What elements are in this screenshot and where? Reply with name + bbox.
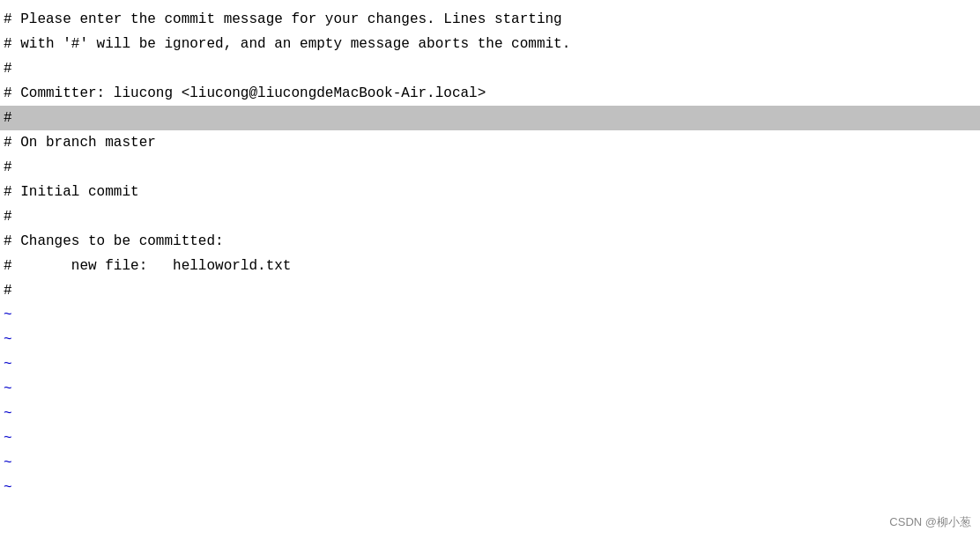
tilde-line: ~ — [0, 476, 980, 500]
tilde-char: ~ — [4, 303, 12, 328]
tilde-line: ~ — [0, 451, 980, 476]
editor-line: # new file: helloworld.txt — [0, 254, 980, 278]
tilde-char: ~ — [4, 352, 12, 377]
editor-line: # Changes to be committed: — [0, 229, 980, 254]
editor-container: # Please enter the commit message for yo… — [0, 0, 980, 539]
tilde-char: ~ — [4, 377, 12, 402]
tilde-char: ~ — [4, 402, 12, 426]
editor-line: # — [0, 278, 980, 303]
editor-line: # On branch master — [0, 130, 980, 155]
editor-line: # Please enter the commit message for yo… — [0, 7, 980, 32]
tilde-char: ~ — [4, 476, 12, 500]
editor-line: # — [0, 204, 980, 229]
editor-line: # — [0, 155, 980, 180]
tilde-line: ~ — [0, 352, 980, 377]
tildes-container: ~~~~~~~~ — [0, 303, 980, 500]
line-content: # — [4, 278, 12, 303]
editor-line: # Committer: liucong <liucong@liucongdeM… — [0, 81, 980, 106]
line-content: # — [4, 204, 12, 229]
line-content: # On branch master — [4, 130, 156, 155]
line-content: # new file: helloworld.txt — [4, 254, 291, 278]
lines-container: # Please enter the commit message for yo… — [0, 7, 980, 303]
tilde-line: ~ — [0, 426, 980, 451]
tilde-char: ~ — [4, 426, 12, 451]
tilde-char: ~ — [4, 451, 12, 476]
line-content: # — [4, 56, 12, 81]
line-content: # — [4, 155, 12, 180]
line-content: # Changes to be committed: — [4, 229, 224, 254]
tilde-line: ~ — [0, 303, 980, 328]
line-content: # Initial commit — [4, 180, 139, 204]
line-content: # — [4, 106, 12, 130]
line-content: # Please enter the commit message for yo… — [4, 7, 562, 32]
tilde-line: ~ — [0, 328, 980, 352]
watermark: CSDN @柳小葱 — [889, 514, 971, 530]
editor-line: # with '#' will be ignored, and an empty… — [0, 32, 980, 56]
editor-line: # Initial commit — [0, 180, 980, 204]
tilde-line: ~ — [0, 402, 980, 426]
tilde-line: ~ — [0, 377, 980, 402]
line-content: # with '#' will be ignored, and an empty… — [4, 32, 570, 56]
tilde-char: ~ — [4, 328, 12, 352]
line-content: # Committer: liucong <liucong@liucongdeM… — [4, 81, 486, 106]
editor-line: # — [0, 56, 980, 81]
editor-line: # — [0, 106, 980, 130]
